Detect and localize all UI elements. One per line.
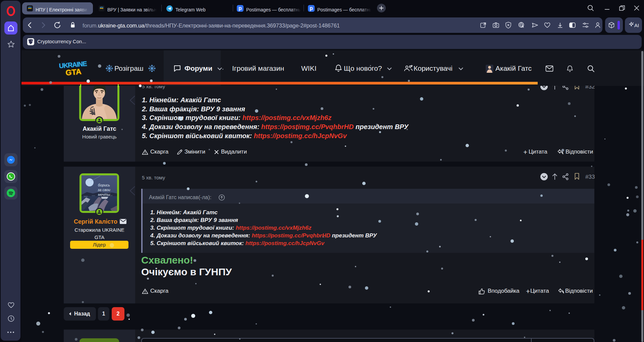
svg-text:за свои: за свои [97,188,110,192]
svg-text:мечты: мечты [98,192,110,196]
svg-text:GTA: GTA [65,67,82,77]
svg-text:борись: борись [98,183,110,187]
